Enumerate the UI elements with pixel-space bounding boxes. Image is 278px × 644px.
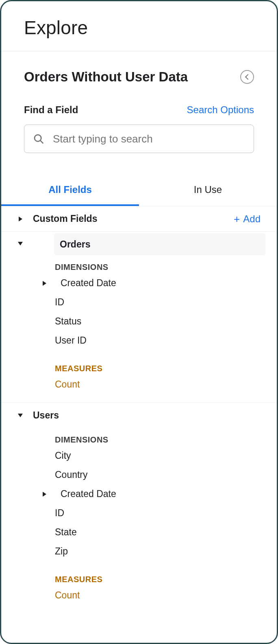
collapse-panel-button[interactable] xyxy=(240,70,254,84)
add-custom-field-button[interactable]: + Add xyxy=(234,213,263,225)
field-dimension[interactable]: User ID xyxy=(1,331,277,350)
field-measure[interactable]: Count xyxy=(1,586,277,605)
field-label: Created Date xyxy=(61,488,116,499)
view-orders: Orders DIMENSIONS Created Date ID Status… xyxy=(1,232,277,402)
search-icon xyxy=(33,133,45,145)
plus-icon: + xyxy=(234,214,240,224)
view-name: Users xyxy=(33,410,59,421)
svg-point-0 xyxy=(35,135,41,141)
field-label: ID xyxy=(55,508,64,519)
field-measure[interactable]: Count xyxy=(1,375,277,394)
field-tree: Custom Fields + Add Orders DIMENSIONS Cr… xyxy=(1,206,277,643)
header: Explore xyxy=(1,1,277,51)
field-dimension[interactable]: City xyxy=(1,446,277,465)
add-label: Add xyxy=(243,213,261,225)
field-label: Status xyxy=(55,316,81,327)
caret-right-icon xyxy=(15,217,26,221)
search-box[interactable] xyxy=(24,125,254,153)
field-label: ID xyxy=(55,297,64,308)
svg-line-1 xyxy=(40,140,43,143)
field-label: Created Date xyxy=(61,278,116,289)
panel-title-row: Orders Without User Data xyxy=(24,69,254,85)
search-options-link[interactable]: Search Options xyxy=(187,104,254,116)
search-input[interactable] xyxy=(52,132,245,146)
tab-in-use[interactable]: In Use xyxy=(139,176,277,206)
dimensions-header: DIMENSIONS xyxy=(1,255,277,274)
find-field-row: Find a Field Search Options xyxy=(24,104,254,116)
section-custom-fields[interactable]: Custom Fields + Add xyxy=(1,206,277,232)
measures-header: MEASURES xyxy=(1,561,277,586)
caret-down-icon xyxy=(15,414,26,417)
find-field-label: Find a Field xyxy=(24,104,78,116)
field-dimension[interactable]: State xyxy=(1,523,277,542)
view-header-users[interactable]: Users xyxy=(1,403,277,428)
field-label: Zip xyxy=(55,546,68,557)
field-dimension[interactable]: ID xyxy=(1,504,277,523)
explore-name: Orders Without User Data xyxy=(24,69,188,85)
view-header-orders[interactable]: Orders xyxy=(54,233,265,255)
caret-down-icon[interactable] xyxy=(15,242,26,245)
field-label: Count xyxy=(55,379,80,390)
measures-header: MEASURES xyxy=(1,350,277,375)
explore-field-picker: Explore Orders Without User Data Find a … xyxy=(0,0,278,644)
field-label: State xyxy=(55,527,77,538)
field-dimension[interactable]: Created Date xyxy=(1,484,277,504)
field-label: City xyxy=(55,450,71,461)
field-dimension[interactable]: Status xyxy=(1,312,277,331)
tab-all-fields[interactable]: All Fields xyxy=(1,176,139,206)
field-label: User ID xyxy=(55,335,87,346)
field-picker-tabs: All Fields In Use xyxy=(1,176,277,206)
field-dimension[interactable]: Zip xyxy=(1,542,277,561)
chevron-left-icon xyxy=(245,74,250,80)
panel-header: Orders Without User Data Find a Field Se… xyxy=(1,51,277,153)
view-users: Users DIMENSIONS City Country Created Da… xyxy=(1,402,277,613)
field-label: Country xyxy=(55,469,88,480)
field-dimension[interactable]: ID xyxy=(1,293,277,312)
dimensions-header: DIMENSIONS xyxy=(1,428,277,446)
caret-right-icon xyxy=(39,281,49,286)
view-name: Orders xyxy=(60,239,90,250)
caret-right-icon xyxy=(39,492,49,497)
field-dimension[interactable]: Created Date xyxy=(1,274,277,293)
field-dimension[interactable]: Country xyxy=(1,465,277,484)
custom-fields-label: Custom Fields xyxy=(33,213,97,224)
field-label: Count xyxy=(55,590,80,601)
page-title: Explore xyxy=(24,17,254,39)
